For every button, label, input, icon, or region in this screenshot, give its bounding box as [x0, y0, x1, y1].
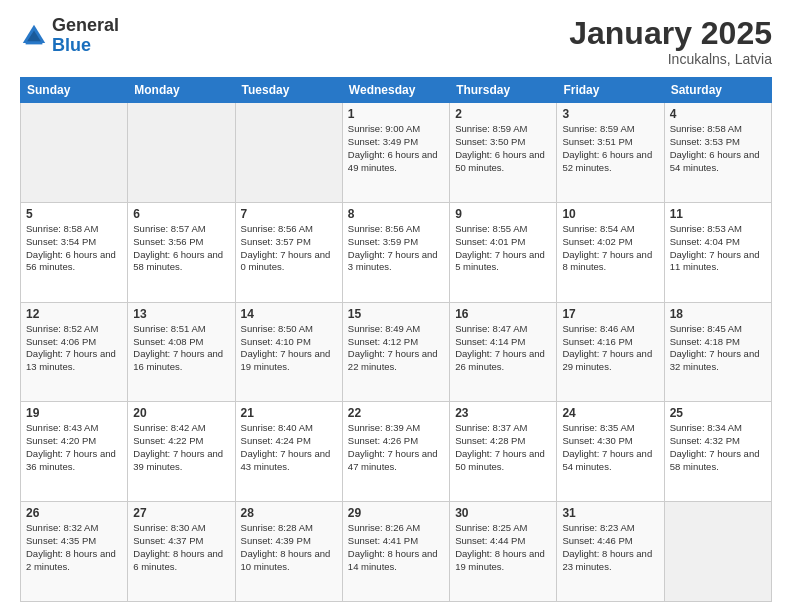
calendar-cell: 19Sunrise: 8:43 AM Sunset: 4:20 PM Dayli…: [21, 402, 128, 502]
day-info: Sunrise: 8:26 AM Sunset: 4:41 PM Dayligh…: [348, 522, 444, 573]
day-number: 27: [133, 506, 229, 520]
day-info: Sunrise: 8:42 AM Sunset: 4:22 PM Dayligh…: [133, 422, 229, 473]
day-info: Sunrise: 8:40 AM Sunset: 4:24 PM Dayligh…: [241, 422, 337, 473]
calendar-cell: 31Sunrise: 8:23 AM Sunset: 4:46 PM Dayli…: [557, 502, 664, 602]
calendar-cell: [128, 103, 235, 203]
day-number: 31: [562, 506, 658, 520]
day-info: Sunrise: 8:30 AM Sunset: 4:37 PM Dayligh…: [133, 522, 229, 573]
calendar-cell: 24Sunrise: 8:35 AM Sunset: 4:30 PM Dayli…: [557, 402, 664, 502]
calendar-cell: 26Sunrise: 8:32 AM Sunset: 4:35 PM Dayli…: [21, 502, 128, 602]
day-info: Sunrise: 8:37 AM Sunset: 4:28 PM Dayligh…: [455, 422, 551, 473]
day-info: Sunrise: 8:28 AM Sunset: 4:39 PM Dayligh…: [241, 522, 337, 573]
calendar-cell: 27Sunrise: 8:30 AM Sunset: 4:37 PM Dayli…: [128, 502, 235, 602]
day-number: 29: [348, 506, 444, 520]
weekday-header-tuesday: Tuesday: [235, 78, 342, 103]
day-number: 10: [562, 207, 658, 221]
day-number: 12: [26, 307, 122, 321]
calendar-cell: [235, 103, 342, 203]
weekday-header-sunday: Sunday: [21, 78, 128, 103]
day-info: Sunrise: 8:35 AM Sunset: 4:30 PM Dayligh…: [562, 422, 658, 473]
calendar-table: SundayMondayTuesdayWednesdayThursdayFrid…: [20, 77, 772, 602]
logo-icon: [20, 22, 48, 50]
day-number: 20: [133, 406, 229, 420]
day-number: 24: [562, 406, 658, 420]
page-header: General Blue January 2025 Incukalns, Lat…: [20, 16, 772, 67]
day-info: Sunrise: 8:46 AM Sunset: 4:16 PM Dayligh…: [562, 323, 658, 374]
day-number: 7: [241, 207, 337, 221]
day-number: 3: [562, 107, 658, 121]
day-number: 21: [241, 406, 337, 420]
calendar-cell: [664, 502, 771, 602]
day-info: Sunrise: 8:56 AM Sunset: 3:57 PM Dayligh…: [241, 223, 337, 274]
calendar-cell: 18Sunrise: 8:45 AM Sunset: 4:18 PM Dayli…: [664, 302, 771, 402]
calendar-cell: 15Sunrise: 8:49 AM Sunset: 4:12 PM Dayli…: [342, 302, 449, 402]
weekday-header-thursday: Thursday: [450, 78, 557, 103]
day-info: Sunrise: 8:34 AM Sunset: 4:32 PM Dayligh…: [670, 422, 766, 473]
day-info: Sunrise: 9:00 AM Sunset: 3:49 PM Dayligh…: [348, 123, 444, 174]
logo: General Blue: [20, 16, 119, 56]
calendar-cell: 14Sunrise: 8:50 AM Sunset: 4:10 PM Dayli…: [235, 302, 342, 402]
calendar-cell: 3Sunrise: 8:59 AM Sunset: 3:51 PM Daylig…: [557, 103, 664, 203]
calendar-cell: 11Sunrise: 8:53 AM Sunset: 4:04 PM Dayli…: [664, 202, 771, 302]
day-number: 18: [670, 307, 766, 321]
day-number: 1: [348, 107, 444, 121]
day-number: 6: [133, 207, 229, 221]
calendar-subtitle: Incukalns, Latvia: [569, 51, 772, 67]
day-info: Sunrise: 8:52 AM Sunset: 4:06 PM Dayligh…: [26, 323, 122, 374]
calendar-cell: 20Sunrise: 8:42 AM Sunset: 4:22 PM Dayli…: [128, 402, 235, 502]
day-number: 30: [455, 506, 551, 520]
day-number: 26: [26, 506, 122, 520]
day-info: Sunrise: 8:43 AM Sunset: 4:20 PM Dayligh…: [26, 422, 122, 473]
calendar-cell: 25Sunrise: 8:34 AM Sunset: 4:32 PM Dayli…: [664, 402, 771, 502]
day-number: 4: [670, 107, 766, 121]
day-number: 17: [562, 307, 658, 321]
day-number: 25: [670, 406, 766, 420]
day-number: 13: [133, 307, 229, 321]
calendar-cell: 12Sunrise: 8:52 AM Sunset: 4:06 PM Dayli…: [21, 302, 128, 402]
logo-blue-text: Blue: [52, 35, 91, 55]
calendar-cell: 8Sunrise: 8:56 AM Sunset: 3:59 PM Daylig…: [342, 202, 449, 302]
calendar-cell: 1Sunrise: 9:00 AM Sunset: 3:49 PM Daylig…: [342, 103, 449, 203]
day-info: Sunrise: 8:32 AM Sunset: 4:35 PM Dayligh…: [26, 522, 122, 573]
day-info: Sunrise: 8:56 AM Sunset: 3:59 PM Dayligh…: [348, 223, 444, 274]
day-number: 23: [455, 406, 551, 420]
calendar-cell: 5Sunrise: 8:58 AM Sunset: 3:54 PM Daylig…: [21, 202, 128, 302]
logo-text: General Blue: [52, 16, 119, 56]
calendar-cell: 30Sunrise: 8:25 AM Sunset: 4:44 PM Dayli…: [450, 502, 557, 602]
day-info: Sunrise: 8:58 AM Sunset: 3:53 PM Dayligh…: [670, 123, 766, 174]
calendar-cell: 9Sunrise: 8:55 AM Sunset: 4:01 PM Daylig…: [450, 202, 557, 302]
calendar-cell: 2Sunrise: 8:59 AM Sunset: 3:50 PM Daylig…: [450, 103, 557, 203]
day-info: Sunrise: 8:50 AM Sunset: 4:10 PM Dayligh…: [241, 323, 337, 374]
day-number: 22: [348, 406, 444, 420]
logo-general-text: General: [52, 15, 119, 35]
day-info: Sunrise: 8:47 AM Sunset: 4:14 PM Dayligh…: [455, 323, 551, 374]
day-number: 28: [241, 506, 337, 520]
day-info: Sunrise: 8:59 AM Sunset: 3:51 PM Dayligh…: [562, 123, 658, 174]
weekday-header-friday: Friday: [557, 78, 664, 103]
calendar-cell: 22Sunrise: 8:39 AM Sunset: 4:26 PM Dayli…: [342, 402, 449, 502]
day-info: Sunrise: 8:25 AM Sunset: 4:44 PM Dayligh…: [455, 522, 551, 573]
day-number: 5: [26, 207, 122, 221]
calendar-cell: 4Sunrise: 8:58 AM Sunset: 3:53 PM Daylig…: [664, 103, 771, 203]
day-info: Sunrise: 8:23 AM Sunset: 4:46 PM Dayligh…: [562, 522, 658, 573]
calendar-cell: 6Sunrise: 8:57 AM Sunset: 3:56 PM Daylig…: [128, 202, 235, 302]
calendar-cell: 10Sunrise: 8:54 AM Sunset: 4:02 PM Dayli…: [557, 202, 664, 302]
calendar-title: January 2025: [569, 16, 772, 51]
calendar-cell: 7Sunrise: 8:56 AM Sunset: 3:57 PM Daylig…: [235, 202, 342, 302]
day-number: 15: [348, 307, 444, 321]
weekday-header-wednesday: Wednesday: [342, 78, 449, 103]
day-info: Sunrise: 8:53 AM Sunset: 4:04 PM Dayligh…: [670, 223, 766, 274]
day-info: Sunrise: 8:49 AM Sunset: 4:12 PM Dayligh…: [348, 323, 444, 374]
weekday-header-saturday: Saturday: [664, 78, 771, 103]
calendar-cell: 13Sunrise: 8:51 AM Sunset: 4:08 PM Dayli…: [128, 302, 235, 402]
calendar-cell: 23Sunrise: 8:37 AM Sunset: 4:28 PM Dayli…: [450, 402, 557, 502]
day-info: Sunrise: 8:45 AM Sunset: 4:18 PM Dayligh…: [670, 323, 766, 374]
calendar-cell: 28Sunrise: 8:28 AM Sunset: 4:39 PM Dayli…: [235, 502, 342, 602]
day-number: 11: [670, 207, 766, 221]
day-info: Sunrise: 8:51 AM Sunset: 4:08 PM Dayligh…: [133, 323, 229, 374]
calendar-cell: 29Sunrise: 8:26 AM Sunset: 4:41 PM Dayli…: [342, 502, 449, 602]
weekday-header-monday: Monday: [128, 78, 235, 103]
day-info: Sunrise: 8:57 AM Sunset: 3:56 PM Dayligh…: [133, 223, 229, 274]
calendar-cell: 16Sunrise: 8:47 AM Sunset: 4:14 PM Dayli…: [450, 302, 557, 402]
day-number: 2: [455, 107, 551, 121]
